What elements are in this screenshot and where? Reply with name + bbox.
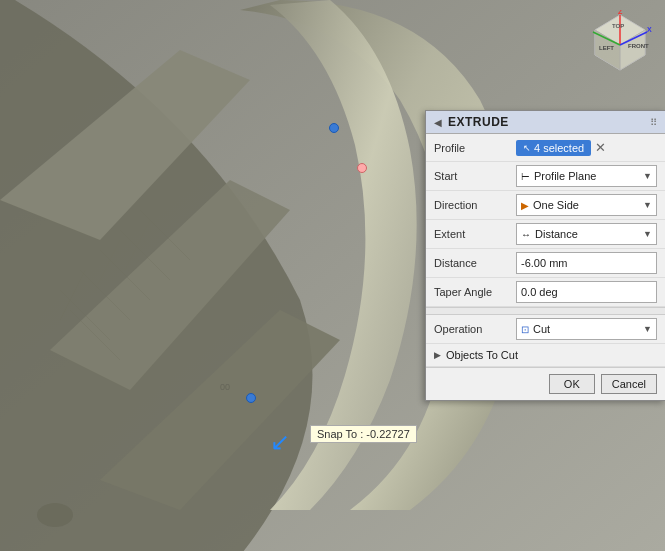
distance-label: Distance — [434, 257, 516, 269]
marker-2 — [357, 163, 367, 173]
profile-control: ↖ 4 selected ✕ — [516, 140, 657, 156]
snap-label: Snap To : — [317, 428, 363, 440]
start-dropdown[interactable]: ⊢ Profile Plane ▼ — [516, 165, 657, 187]
direction-dropdown[interactable]: ▶ One Side ▼ — [516, 194, 657, 216]
direction-label: Direction — [434, 199, 516, 211]
distance-row: Distance -6.00 mm — [426, 249, 665, 278]
extent-dd-icon: ↔ — [521, 229, 531, 240]
direction-row: Direction ▶ One Side ▼ — [426, 191, 665, 220]
cancel-button[interactable]: Cancel — [601, 374, 657, 394]
start-row: Start ⊢ Profile Plane ▼ — [426, 162, 665, 191]
taper-angle-control: 0.0 deg — [516, 281, 657, 303]
distance-input[interactable]: -6.00 mm — [516, 252, 657, 274]
svg-text:LEFT: LEFT — [599, 45, 614, 51]
extent-dd-value: Distance — [535, 228, 643, 240]
start-dd-arrow: ▼ — [643, 171, 652, 181]
profile-row: Profile ↖ 4 selected ✕ — [426, 134, 665, 162]
profile-clear-button[interactable]: ✕ — [593, 141, 608, 154]
operation-dd-value: Cut — [533, 323, 643, 335]
taper-angle-row: Taper Angle 0.0 deg — [426, 278, 665, 307]
start-control: ⊢ Profile Plane ▼ — [516, 165, 657, 187]
direction-dd-value: One Side — [533, 199, 643, 211]
profile-selected-button[interactable]: ↖ 4 selected — [516, 140, 591, 156]
svg-text:TOP: TOP — [612, 23, 624, 29]
distance-value: -6.00 mm — [521, 257, 567, 269]
operation-control: ⊡ Cut ▼ — [516, 318, 657, 340]
extent-row: Extent ↔ Distance ▼ — [426, 220, 665, 249]
collapse-icon[interactable]: ◀ — [434, 117, 442, 128]
marker-3 — [246, 393, 256, 403]
taper-angle-value: 0.0 deg — [521, 286, 558, 298]
objects-to-cut-section[interactable]: ▶ Objects To Cut — [426, 344, 665, 367]
start-label: Start — [434, 170, 516, 182]
snap-indicator: Snap To : -0.22727 — [310, 425, 417, 443]
drag-arrow[interactable]: ↙ — [270, 428, 290, 456]
extent-label: Extent — [434, 228, 516, 240]
svg-point-10 — [37, 503, 73, 527]
operation-dd-arrow: ▼ — [643, 324, 652, 334]
profile-label: Profile — [434, 142, 516, 154]
taper-angle-label: Taper Angle — [434, 286, 516, 298]
extent-control: ↔ Distance ▼ — [516, 223, 657, 245]
profile-value: 4 selected — [534, 142, 584, 154]
svg-text:FRONT: FRONT — [628, 43, 649, 49]
snap-value: -0.22727 — [366, 428, 409, 440]
panel-title-bar[interactable]: ◀ EXTRUDE ⠿ — [426, 111, 665, 134]
svg-text:Z: Z — [618, 10, 623, 15]
extent-dd-arrow: ▼ — [643, 229, 652, 239]
direction-control: ▶ One Side ▼ — [516, 194, 657, 216]
navigation-cube[interactable]: Z X TOP FRONT LEFT — [585, 10, 655, 80]
direction-dd-arrow: ▼ — [643, 200, 652, 210]
cursor-icon: ↖ — [523, 143, 531, 153]
operation-dd-icon: ⊡ — [521, 324, 529, 335]
start-dd-icon: ⊢ — [521, 171, 530, 182]
panel-body: Profile ↖ 4 selected ✕ Start ⊢ Profile P… — [426, 134, 665, 400]
drag-handle[interactable]: ⠿ — [650, 117, 657, 128]
objects-to-cut-label: Objects To Cut — [446, 349, 518, 361]
direction-dd-icon: ▶ — [521, 200, 529, 211]
svg-text:00: 00 — [220, 382, 230, 392]
marker-1 — [329, 123, 339, 133]
operation-row: Operation ⊡ Cut ▼ — [426, 315, 665, 344]
panel-title: EXTRUDE — [448, 115, 509, 129]
section-triangle-icon: ▶ — [434, 350, 441, 360]
svg-text:X: X — [647, 26, 652, 33]
ok-button[interactable]: OK — [549, 374, 595, 394]
taper-angle-input[interactable]: 0.0 deg — [516, 281, 657, 303]
start-dd-value: Profile Plane — [534, 170, 643, 182]
distance-control: -6.00 mm — [516, 252, 657, 274]
extent-dropdown[interactable]: ↔ Distance ▼ — [516, 223, 657, 245]
operation-dropdown[interactable]: ⊡ Cut ▼ — [516, 318, 657, 340]
extrude-panel: ◀ EXTRUDE ⠿ Profile ↖ 4 selected ✕ Start… — [425, 110, 665, 401]
divider — [426, 307, 665, 315]
operation-label: Operation — [434, 323, 516, 335]
panel-footer: OK Cancel — [426, 367, 665, 400]
